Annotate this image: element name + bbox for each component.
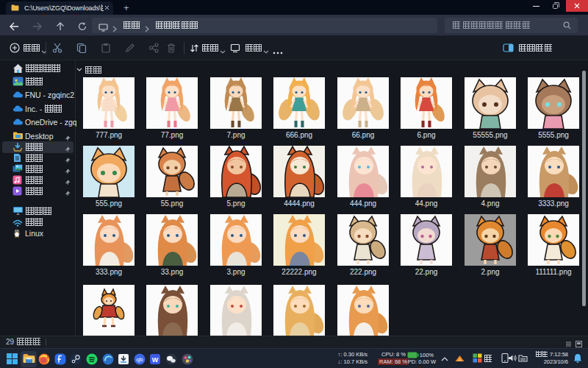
svg-text:W: W (152, 356, 159, 364)
svg-text:qb: qb (136, 356, 143, 363)
